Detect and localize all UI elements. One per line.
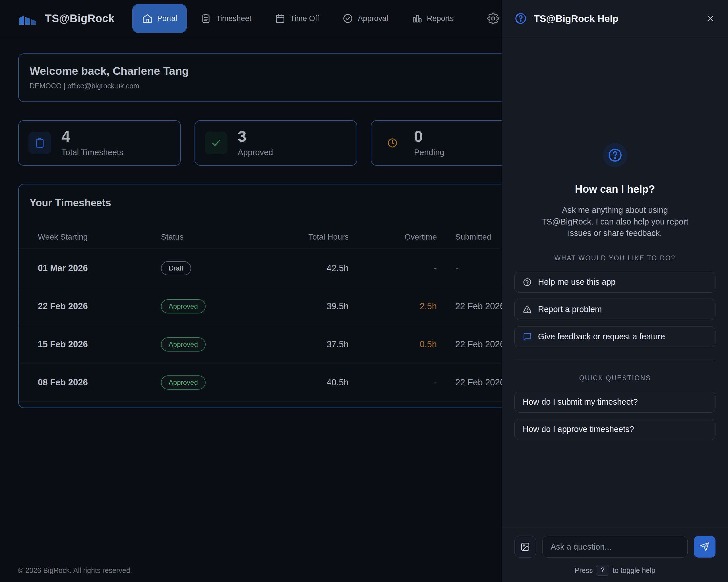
- actions-section-label: WHAT WOULD YOU LIKE TO DO?: [554, 254, 676, 262]
- help-panel: TS@BigRock Help How can I help? Ask me a: [502, 0, 728, 582]
- stat-label: Pending: [414, 148, 444, 157]
- quick-question-approve-timesheets[interactable]: How do I approve timesheets?: [515, 419, 716, 440]
- warning-triangle-icon: [523, 305, 532, 314]
- overtime-cell: 0.5h: [349, 339, 437, 350]
- overtime-cell: -: [349, 378, 437, 388]
- clipboard-icon: [201, 13, 211, 24]
- total-hours-cell: 39.5h: [280, 301, 349, 311]
- clock-icon: [381, 132, 404, 154]
- total-hours-cell: 40.5h: [280, 378, 349, 388]
- nav-item-label: Portal: [157, 14, 178, 23]
- button-label: Give feedback or request a feature: [538, 332, 665, 341]
- quick-questions-label: QUICK QUESTIONS: [579, 374, 651, 382]
- stat-label: Total Timesheets: [61, 148, 124, 157]
- check-icon: [205, 132, 228, 154]
- check-circle-icon: [342, 13, 353, 24]
- app-root: TS@BigRock Portal: [0, 0, 728, 582]
- help-circle-icon: [523, 278, 532, 287]
- divider: [515, 361, 716, 361]
- question-input-row: [515, 536, 716, 558]
- nav-items: Portal Timesheet: [132, 4, 464, 33]
- button-label: Help me use this app: [538, 277, 615, 287]
- help-avatar: [603, 143, 627, 167]
- nav-item-timeoff[interactable]: Time Off: [265, 4, 329, 33]
- question-mark-key: ?: [596, 565, 609, 576]
- help-panel-title: TS@BigRock Help: [534, 13, 619, 24]
- help-me-use-app-button[interactable]: Help me use this app: [515, 272, 716, 293]
- overtime-cell: 2.5h: [349, 301, 437, 311]
- status-badge: Approved: [161, 376, 206, 390]
- help-panel-footer: Press ? to toggle help: [502, 527, 728, 582]
- overtime-cell: -: [349, 263, 437, 273]
- help-description: Ask me anything about using TS@BigRock. …: [536, 204, 695, 239]
- nav-item-timesheet[interactable]: Timesheet: [191, 4, 261, 33]
- stat-value: 0: [414, 129, 444, 144]
- stat-card-total-timesheets: 4 Total Timesheets: [18, 120, 181, 166]
- hint-suffix: to toggle help: [613, 566, 655, 575]
- nav-item-approval[interactable]: Approval: [333, 4, 398, 33]
- home-icon: [142, 13, 153, 24]
- stat-card-approved: 3 Approved: [194, 120, 357, 166]
- quick-question-submit-timesheet[interactable]: How do I submit my timesheet?: [515, 392, 716, 413]
- column-header: Total Hours: [280, 232, 349, 242]
- nav-item-label: Time Off: [290, 14, 319, 23]
- send-icon: [700, 542, 709, 552]
- stat-label: Approved: [238, 148, 273, 157]
- week-starting-cell: 22 Feb 2026: [19, 301, 161, 311]
- total-hours-cell: 37.5h: [280, 339, 349, 350]
- nav-item-portal[interactable]: Portal: [132, 4, 187, 33]
- chat-bubble-icon: [523, 332, 532, 341]
- help-panel-body: How can I help? Ask me anything about us…: [502, 37, 728, 527]
- help-circle-icon: [515, 12, 527, 25]
- give-feedback-button[interactable]: Give feedback or request a feature: [515, 326, 716, 347]
- hint-prefix: Press: [575, 566, 593, 575]
- week-starting-cell: 01 Mar 2026: [19, 263, 161, 273]
- toggle-help-hint: Press ? to toggle help: [515, 565, 716, 576]
- total-hours-cell: 42.5h: [280, 263, 349, 273]
- brand: TS@BigRock: [18, 10, 114, 26]
- brand-logo-icon: [18, 10, 39, 26]
- nav-item-label: Timesheet: [216, 14, 251, 23]
- help-circle-icon: [607, 147, 623, 163]
- bar-chart-icon: [412, 13, 422, 24]
- column-header: Status: [161, 232, 280, 242]
- nav-item-label: Reports: [427, 14, 454, 23]
- week-starting-cell: 15 Feb 2026: [19, 339, 161, 350]
- column-header: Week Starting: [19, 232, 161, 242]
- column-header: Overtime: [349, 232, 437, 242]
- clipboard-icon: [28, 132, 51, 154]
- stat-value: 4: [61, 129, 124, 144]
- help-heading: How can I help?: [575, 183, 655, 195]
- nav-item-label: Approval: [358, 14, 388, 23]
- gear-icon[interactable]: [487, 12, 499, 24]
- calendar-icon: [275, 13, 286, 24]
- help-panel-header: TS@BigRock Help: [502, 0, 728, 37]
- stat-value: 3: [238, 129, 273, 144]
- close-icon[interactable]: [705, 13, 716, 24]
- brand-title: TS@BigRock: [45, 12, 114, 25]
- nav-item-reports[interactable]: Reports: [402, 4, 464, 33]
- status-badge: Approved: [161, 337, 206, 352]
- status-badge: Approved: [161, 299, 206, 313]
- report-problem-button[interactable]: Report a problem: [515, 299, 716, 320]
- image-icon: [520, 542, 530, 552]
- send-button[interactable]: [694, 536, 716, 558]
- attach-image-button[interactable]: [515, 536, 536, 558]
- ask-question-input[interactable]: [542, 536, 687, 558]
- copyright-text: © 2026 BigRock. All rights reserved.: [18, 566, 132, 575]
- button-label: Report a problem: [538, 305, 602, 314]
- status-badge: Draft: [161, 261, 191, 275]
- week-starting-cell: 08 Feb 2026: [19, 378, 161, 388]
